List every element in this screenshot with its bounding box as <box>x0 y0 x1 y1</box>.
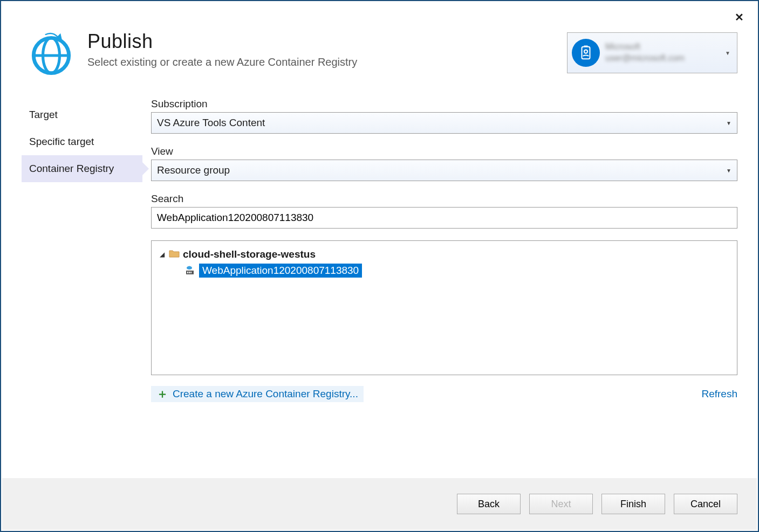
account-text: Microsoft user@microsoft.com <box>605 42 720 64</box>
registry-icon <box>185 266 196 275</box>
page-subtitle: Select existing or create a new Azure Co… <box>87 56 554 68</box>
finish-button[interactable]: Finish <box>601 494 665 514</box>
view-label: View <box>151 146 737 157</box>
wizard-steps-nav: Target Specific target Container Registr… <box>22 98 142 402</box>
view-value: Resource group <box>157 164 230 176</box>
tree-group-name: cloud-shell-storage-westus <box>183 248 316 260</box>
account-selector[interactable]: Microsoft user@microsoft.com ▼ <box>567 32 737 73</box>
chevron-down-icon: ▼ <box>725 50 733 56</box>
svg-rect-7 <box>189 272 190 273</box>
chevron-down-icon: ▼ <box>726 120 731 126</box>
tree-group-row[interactable]: ◢ cloud-shell-storage-westus <box>158 247 730 261</box>
back-button[interactable]: Back <box>457 494 521 514</box>
subscription-value: VS Azure Tools Content <box>157 117 265 129</box>
expand-caret-icon[interactable]: ◢ <box>158 251 166 258</box>
create-registry-label: Create a new Azure Container Registry... <box>173 388 358 400</box>
nav-step-container-registry[interactable]: Container Registry <box>22 155 142 182</box>
tree-item-name: WebApplication120200807113830 <box>199 264 362 278</box>
account-badge-icon <box>572 39 600 67</box>
publish-globe-icon <box>28 32 74 79</box>
svg-rect-6 <box>187 272 188 273</box>
subscription-select[interactable]: VS Azure Tools Content ▼ <box>151 112 737 134</box>
next-button: Next <box>529 494 593 514</box>
nav-step-specific-target[interactable]: Specific target <box>22 128 142 155</box>
view-select[interactable]: Resource group ▼ <box>151 160 737 181</box>
tree-item-row[interactable]: WebApplication120200807113830 <box>185 264 730 278</box>
cancel-button[interactable]: Cancel <box>674 494 737 514</box>
svg-point-4 <box>584 50 587 53</box>
search-input[interactable] <box>151 207 737 229</box>
resource-tree: ◢ cloud-shell-storage-westus WebAppl <box>151 240 737 375</box>
refresh-link[interactable]: Refresh <box>701 388 737 400</box>
create-registry-link[interactable]: ＋ Create a new Azure Container Registry.… <box>151 386 364 402</box>
close-icon[interactable]: ✕ <box>730 9 748 26</box>
nav-step-target[interactable]: Target <box>22 101 142 128</box>
plus-icon: ＋ <box>156 388 168 400</box>
svg-rect-8 <box>190 272 192 273</box>
search-label: Search <box>151 193 737 205</box>
page-title: Publish <box>87 30 554 53</box>
chevron-down-icon: ▼ <box>726 168 731 174</box>
folder-icon <box>169 249 180 260</box>
wizard-footer: Back Next Finish Cancel <box>2 478 757 530</box>
subscription-label: Subscription <box>151 98 737 110</box>
